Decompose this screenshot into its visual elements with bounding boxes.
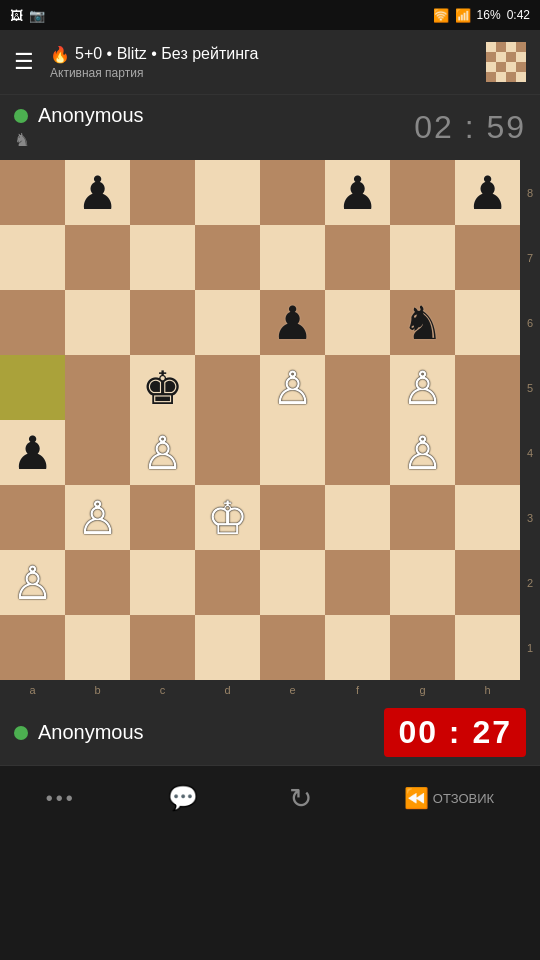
cell-f5[interactable] [325,355,390,420]
image-icon: 🖼 [10,8,23,23]
status-bar: 🖼 📷 🛜 📶 16% 0:42 [0,0,540,30]
cell-h7[interactable] [455,225,520,290]
cell-c4[interactable]: ♙ [130,420,195,485]
cell-b8[interactable]: ♟ [65,160,130,225]
file-h: h [455,680,520,700]
cell-c6[interactable] [130,290,195,355]
cell-a1[interactable] [0,615,65,680]
cell-d2[interactable] [195,550,260,615]
piece-e5: ♙ [272,365,313,411]
chess-board[interactable]: ♟ ♟ ♟ ♟ ♞ ♚ ♙ ♙ ♟ [0,160,520,680]
svg-rect-4 [516,52,526,62]
wifi-icon: 🛜 [433,8,449,23]
cell-f1[interactable] [325,615,390,680]
file-labels: a b c d e f g h [0,680,520,700]
cell-h3[interactable] [455,485,520,550]
cell-a3[interactable] [0,485,65,550]
cell-a2[interactable]: ♙ [0,550,65,615]
piece-g6: ♞ [402,300,443,346]
cell-f6[interactable] [325,290,390,355]
cell-d7[interactable] [195,225,260,290]
piece-g4: ♙ [402,430,443,476]
cell-a5[interactable] [0,355,65,420]
sim-icon: 📶 [455,8,471,23]
cell-a6[interactable] [0,290,65,355]
cell-c8[interactable] [130,160,195,225]
cell-a4[interactable]: ♟ [0,420,65,485]
chess-board-container: ♟ ♟ ♟ ♟ ♞ ♚ ♙ ♙ ♟ [0,160,540,700]
refresh-icon[interactable]: ↻ [289,782,312,815]
player-bottom-timer: 00 : 27 [384,708,526,757]
cell-e1[interactable] [260,615,325,680]
cell-d4[interactable] [195,420,260,485]
cell-c5[interactable]: ♚ [130,355,195,420]
cell-a7[interactable] [0,225,65,290]
cell-b2[interactable] [65,550,130,615]
cell-e7[interactable] [260,225,325,290]
chat-icon[interactable]: 💬 [168,784,198,812]
piece-f8: ♟ [337,170,378,216]
cell-g8[interactable] [390,160,455,225]
cell-b5[interactable] [65,355,130,420]
player-top: Anonymous ♞ 02 : 59 [0,95,540,160]
player-top-row: Anonymous [14,104,414,127]
cell-h4[interactable] [455,420,520,485]
cell-g3[interactable] [390,485,455,550]
rank-7: 7 [520,225,540,290]
cell-c3[interactable] [130,485,195,550]
cell-f2[interactable] [325,550,390,615]
header: ☰ 🔥 5+0 • Blitz • Без рейтинга Активная … [0,30,540,95]
cell-e6[interactable]: ♟ [260,290,325,355]
cell-d6[interactable] [195,290,260,355]
more-options-icon[interactable]: ••• [46,787,76,810]
brand-text: ОТЗОВИК [433,791,494,806]
cell-h8[interactable]: ♟ [455,160,520,225]
cell-b6[interactable] [65,290,130,355]
piece-a2: ♙ [12,560,53,606]
cell-d5[interactable] [195,355,260,420]
cell-d8[interactable] [195,160,260,225]
cell-g4[interactable]: ♙ [390,420,455,485]
cell-g6[interactable]: ♞ [390,290,455,355]
cell-f8[interactable]: ♟ [325,160,390,225]
cell-a8[interactable] [0,160,65,225]
cell-c1[interactable] [130,615,195,680]
cell-e2[interactable] [260,550,325,615]
cell-d1[interactable] [195,615,260,680]
cell-h5[interactable] [455,355,520,420]
cell-g1[interactable] [390,615,455,680]
cell-b7[interactable] [65,225,130,290]
rank-6: 6 [520,290,540,355]
piece-c5: ♚ [142,365,183,411]
cell-e3[interactable] [260,485,325,550]
cell-b3[interactable]: ♙ [65,485,130,550]
cell-h6[interactable] [455,290,520,355]
file-f: f [325,680,390,700]
cell-c2[interactable] [130,550,195,615]
cell-e5[interactable]: ♙ [260,355,325,420]
player-top-name: Anonymous [38,104,414,127]
cell-e4[interactable] [260,420,325,485]
piece-e6: ♟ [272,300,313,346]
cell-b4[interactable] [65,420,130,485]
cell-b1[interactable] [65,615,130,680]
cell-g2[interactable] [390,550,455,615]
cell-f4[interactable] [325,420,390,485]
cell-f7[interactable] [325,225,390,290]
brand-area: ⏪ ОТЗОВИК [404,786,494,810]
header-subtitle: Активная партия [50,66,486,80]
cell-d3[interactable]: ♔ [195,485,260,550]
cell-g5[interactable]: ♙ [390,355,455,420]
cell-c7[interactable] [130,225,195,290]
piece-h8: ♟ [467,170,508,216]
cell-h2[interactable] [455,550,520,615]
rank-4: 4 [520,420,540,485]
cell-g7[interactable] [390,225,455,290]
cell-f3[interactable] [325,485,390,550]
cell-h1[interactable] [455,615,520,680]
player-bottom: Anonymous 00 : 27 [0,700,540,765]
menu-icon[interactable]: ☰ [14,51,34,73]
player-online-dot [14,109,28,123]
svg-rect-7 [496,72,506,82]
cell-e8[interactable] [260,160,325,225]
